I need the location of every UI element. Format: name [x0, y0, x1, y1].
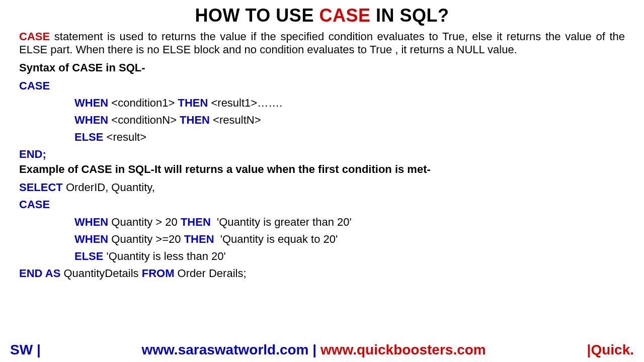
- title-post: IN SQL?: [370, 5, 449, 26]
- intro-paragraph: CASE statement is used to returns the va…: [19, 30, 625, 56]
- footer-url-2: www.quickboosters.com: [320, 342, 486, 357]
- title-highlight: CASE: [319, 5, 370, 26]
- syntax-when1: WHEN <condition1> THEN <result1>…….: [19, 95, 625, 112]
- example-select: SELECT OrderID, Quantity,: [19, 179, 625, 196]
- syntax-end: END;: [19, 146, 625, 163]
- footer-center: www.saraswatworld.com | www.quickbooster…: [41, 342, 587, 358]
- footer-sep: |: [309, 342, 320, 357]
- page-title: HOW TO USE CASE IN SQL?: [19, 5, 625, 26]
- syntax-case: CASE: [19, 77, 625, 95]
- example-when2: WHEN Quantity >=20 THEN 'Quantity is equ…: [19, 231, 625, 248]
- intro-rest: statement is used to returns the value i…: [19, 30, 625, 56]
- syntax-whenN: WHEN <conditionN> THEN <resultN>: [19, 112, 625, 129]
- example-case: CASE: [19, 196, 625, 213]
- footer-url-1: www.saraswatworld.com: [142, 342, 309, 357]
- footer-right: |Quick.: [587, 342, 634, 358]
- example-else: ELSE 'Quantity is less than 20': [19, 248, 625, 265]
- syntax-else: ELSE <result>: [19, 129, 625, 146]
- syntax-label: Syntax of CASE in SQL-: [19, 61, 625, 74]
- footer: SW | www.saraswatworld.com | www.quickbo…: [0, 342, 644, 358]
- intro-lead: CASE: [19, 30, 50, 43]
- example-label: Example of CASE in SQL-It will returns a…: [19, 163, 625, 176]
- footer-left: SW |: [10, 342, 41, 358]
- title-pre: HOW TO USE: [195, 5, 319, 26]
- example-when1: WHEN Quantity > 20 THEN 'Quantity is gre…: [19, 214, 625, 231]
- example-end: END AS QuantityDetails FROM Order Derail…: [19, 265, 625, 282]
